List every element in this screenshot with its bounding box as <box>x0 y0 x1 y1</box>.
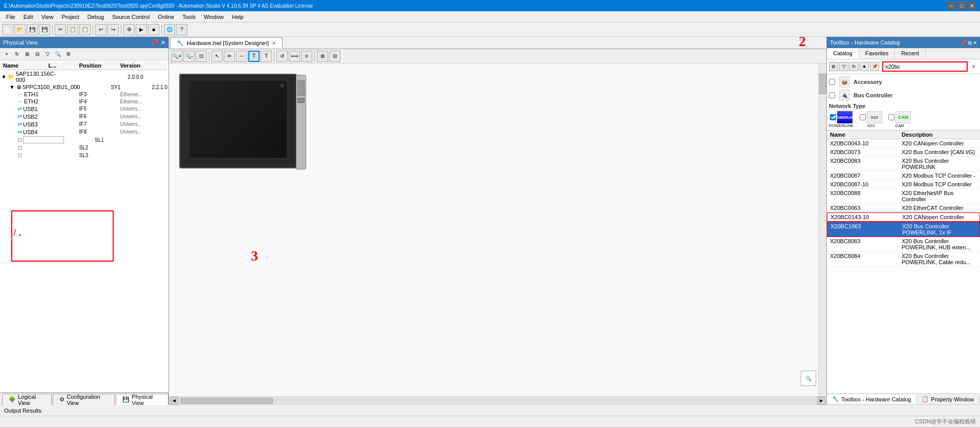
panel-filter[interactable]: ▽ <box>43 50 52 59</box>
toolbar-stop[interactable]: ■ <box>148 24 159 35</box>
catalog-row-0[interactable]: X20BC0043-10 X20 CANopen Controller <box>827 139 980 148</box>
toolbar-cut[interactable]: ✂ <box>55 24 66 35</box>
canvas-select[interactable]: ↖ <box>211 51 223 62</box>
menu-edit[interactable]: Edit <box>19 13 37 21</box>
canvas-v-scrollbar[interactable] <box>818 63 826 396</box>
ppc-hardware-component[interactable] <box>179 74 310 174</box>
toolbar-copy[interactable]: 📋 <box>67 24 78 35</box>
panel-expand[interactable]: ⊞ <box>23 50 32 59</box>
scroll-left-btn[interactable]: ◀ <box>170 397 178 405</box>
toolbox-search-input[interactable] <box>882 61 968 72</box>
menu-window[interactable]: Window <box>200 13 228 21</box>
search-view-toggle[interactable]: ⊞ <box>829 62 838 71</box>
canvas-v-scrollbar-thumb[interactable] <box>819 74 826 94</box>
hardware-tab-close[interactable]: ✕ <box>272 40 276 46</box>
bus-controller-checkbox[interactable] <box>829 92 835 98</box>
tree-item-usb1[interactable]: ⇌ USB1 IF5 Univers... <box>1 105 167 113</box>
powerlink-filter[interactable]: POWERLINK POWERLINK <box>829 111 854 128</box>
zoom-button[interactable]: 🔍 <box>801 371 816 386</box>
left-panel-pin[interactable]: 📌 <box>151 39 159 46</box>
tree-item-eth1[interactable]: ↔ ETH1 IF3 Etherne... <box>1 91 167 98</box>
catalog-row-9[interactable]: X20BC8083 X20 Bus Controller POWERLINK, … <box>827 237 980 252</box>
left-panel-close[interactable]: ✕ <box>161 39 165 46</box>
tab-physical-view[interactable]: 💾 Physical View <box>116 394 168 405</box>
toolbar-save-all[interactable]: 💾 <box>39 24 50 35</box>
toolbar-open[interactable]: 📂 <box>14 24 26 35</box>
tree-item-ppc[interactable]: ▼ 🖥 5PPC3100_KBU1_000 SY1 2.2.1.0 <box>1 83 167 91</box>
catalog-row-2[interactable]: X20BC0083 X20 Bus Controller POWERLINK <box>827 157 980 172</box>
menu-project[interactable]: Project <box>57 13 83 21</box>
toolbar-redo[interactable]: ↪ <box>108 24 119 35</box>
toolbar-run[interactable]: ▶ <box>136 24 147 35</box>
canvas-connector[interactable]: ⊞ <box>317 51 328 62</box>
toolbar-undo[interactable]: ↩ <box>95 24 106 35</box>
canvas-text[interactable]: T <box>248 51 260 62</box>
tree-item-sl1[interactable]: ⊡ SL1 <box>1 136 167 144</box>
search-refresh-btn[interactable]: ↻ <box>849 62 859 71</box>
toolbox-expand[interactable]: ⊞ <box>968 40 972 46</box>
x2x-filter[interactable]: X2X X2X <box>860 111 882 128</box>
toolbox-pin[interactable]: 📌 <box>961 40 967 46</box>
panel-collapse[interactable]: ⊟ <box>33 50 42 59</box>
canvas-h-scrollbar[interactable]: ◀ ▶ <box>169 396 826 404</box>
panel-search[interactable]: 🔍 <box>53 50 62 59</box>
menu-source-control[interactable]: Source Control <box>108 13 154 21</box>
toolbar-new[interactable]: 📄 <box>2 24 13 35</box>
canvas-fit[interactable]: ⊡ <box>196 51 207 62</box>
menu-online[interactable]: Online <box>154 13 178 21</box>
right-tab-property[interactable]: 📋 Property Window <box>917 395 979 403</box>
search-filter-btn[interactable]: ▽ <box>839 62 848 71</box>
tree-view[interactable]: Name L... Position Version ▼ 📁 5AP1130.1… <box>0 60 168 392</box>
x2x-checkbox[interactable] <box>860 114 866 120</box>
menu-help[interactable]: Help <box>228 13 248 21</box>
catalog-row-4[interactable]: X20BC0087-10 X20 Modbus TCP Controller <box>827 180 980 189</box>
tree-item-usb4[interactable]: ⇌ USB4 IF8 Univers... <box>1 128 167 136</box>
h-scrollbar-thumb[interactable] <box>181 398 273 404</box>
right-tab-toolbox[interactable]: 🔧 Toolbox - Hardware Catalog <box>827 395 917 403</box>
menu-view[interactable]: View <box>37 13 58 21</box>
toolbar-build[interactable]: ⚙ <box>123 24 135 35</box>
catalog-row-3[interactable]: X20BC0087 X20 Modbus TCP Controller - <box>827 172 980 180</box>
search-star-btn[interactable]: ★ <box>860 62 869 71</box>
canvas-draw[interactable]: ✏ <box>224 51 235 62</box>
toolbox-close[interactable]: ✕ <box>973 40 977 46</box>
catalog-row-6[interactable]: X20BC0063 X20 EtherCAT Controller <box>827 204 980 212</box>
toolbar-connect[interactable]: 🌐 <box>164 24 175 35</box>
canvas-grid[interactable]: ⊟ <box>329 51 340 62</box>
panel-settings[interactable]: ⚙ <box>63 50 73 59</box>
catalog-row-8[interactable]: X20BC1063 X20 Bus Controller POWERLINK, … <box>827 222 980 237</box>
sl1-name-input[interactable] <box>23 136 64 143</box>
tab-catalog[interactable]: Catalog <box>827 48 859 59</box>
catalog-row-10[interactable]: X20BC8084 X20 Bus Controller POWERLINK, … <box>827 252 980 267</box>
accessory-checkbox[interactable] <box>829 79 835 85</box>
catalog-row-5[interactable]: X20BC0088 X20 EtherNet/IP Bus Controller <box>827 189 980 204</box>
panel-refresh[interactable]: ↻ <box>12 50 22 59</box>
tab-favorites[interactable]: Favorites <box>859 48 895 59</box>
tree-item-eth2[interactable]: ↔ ETH2 IF4 Etherne... <box>1 98 167 105</box>
can-checkbox[interactable] <box>888 114 894 120</box>
tree-item-root[interactable]: ▼ 📁 5AP1130.156C-000 2.0.0.0 <box>1 70 167 83</box>
canvas-text2[interactable]: T <box>261 51 272 62</box>
canvas-zoom-out[interactable]: 🔍- <box>183 51 195 62</box>
catalog-table[interactable]: Name Description X20BC0043-10 X20 CANope… <box>827 131 980 393</box>
menu-file[interactable]: File <box>2 13 19 21</box>
tree-item-sl3[interactable]: ⊡ SL3 <box>1 152 167 159</box>
tree-item-sl2[interactable]: ⊡ SL2 <box>1 144 167 152</box>
canvas-line[interactable]: ─ <box>236 51 247 62</box>
canvas-align[interactable]: ≡ <box>301 51 312 62</box>
toolbar-save[interactable]: 💾 <box>27 24 38 35</box>
catalog-row-7[interactable]: X20BC0143-10 X20 CANopen Controller <box>827 212 980 222</box>
menu-debug[interactable]: Debug <box>83 13 108 21</box>
can-filter[interactable]: CAN CAN <box>888 111 911 128</box>
canvas-area[interactable]: 🔍 3 <box>169 63 826 396</box>
tree-item-usb3[interactable]: ⇌ USB3 IF7 Univers... <box>1 120 167 128</box>
canvas-zoom-in[interactable]: 🔍+ <box>171 51 182 62</box>
catalog-row-1[interactable]: X20BC0073 X20 Bus Controller [CAN I/G] <box>827 148 980 157</box>
toolbar-help[interactable]: ? <box>176 24 187 35</box>
tab-logical-view[interactable]: 🌳 Logical View <box>2 394 52 405</box>
sl1-input[interactable] <box>23 136 64 143</box>
scroll-right-btn[interactable]: ▶ <box>817 397 825 405</box>
h-scrollbar-track[interactable] <box>178 398 817 404</box>
canvas-flip[interactable]: ⟺ <box>289 51 300 62</box>
search-clear-btn[interactable]: ✕ <box>969 62 978 71</box>
